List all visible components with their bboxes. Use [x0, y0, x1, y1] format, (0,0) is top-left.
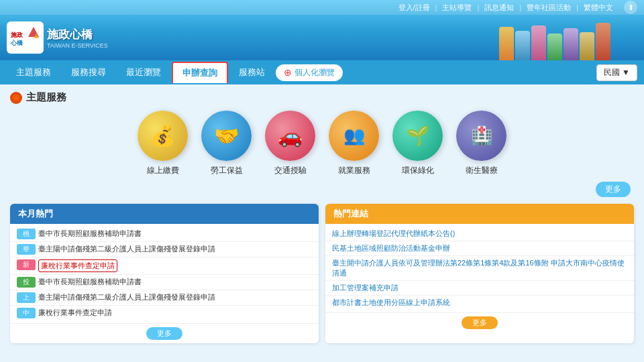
row-text-1[interactable]: 臺主陽中請傷殘第二級介護人員上課傷殘發展登錄申請 [38, 244, 215, 254]
service-circle-2: 🚗 [265, 111, 315, 161]
service-item-3[interactable]: 👥 就業服務 [329, 111, 379, 176]
table-row: 中 廉稅行業事件查定申請 [10, 306, 319, 320]
nav-bar: 主題服務 服務搜尋 最近瀏覽 申辦查詢 服務站 ⊕ 個人化瀏覽 民國 ▼ [0, 60, 644, 84]
service-circle-4: 🌱 [392, 111, 443, 161]
service-item-5[interactable]: 🏥 衛生醫療 [456, 111, 506, 176]
service-label-5: 衛生醫療 [466, 165, 498, 176]
service-item-4[interactable]: 🌱 環保綠化 [392, 111, 443, 176]
community-link[interactable]: 豐年社區活動 [527, 3, 571, 13]
hot-monthly-panel: 本月熱門 桃 臺中市長期照顧服務補助申請書 華 臺主陽中請傷殘第二級介護人員上課… [10, 204, 319, 343]
themes-section-title: 主題服務 [10, 91, 634, 104]
nav-item-station[interactable]: 服務站 [229, 62, 274, 82]
share-button[interactable]: ⬆ [624, 1, 637, 14]
service-label-1: 勞工保益 [211, 165, 243, 176]
row-tag-4: 上 [17, 292, 36, 303]
nav-personalize-btn[interactable]: ⊕ 個人化瀏覽 [276, 64, 343, 81]
row-text-5[interactable]: 廉稅行業事件查定申請 [38, 308, 112, 318]
hot-links-header: 熱門連結 [325, 204, 634, 224]
hot-links-footer: 更多 [325, 312, 634, 333]
service-circle-0: 💰 [138, 111, 188, 161]
hot-link-3[interactable]: 加工管理案補充申請 [332, 284, 398, 292]
svg-text:施政: 施政 [10, 32, 23, 38]
service-circle-5: 🏥 [456, 111, 506, 161]
logo-subtitle: TAIWAN E-SERVICES [47, 42, 108, 49]
row-tag-5: 中 [17, 308, 36, 318]
list-item: 都市計書土地使用分區線上申請系統 [325, 296, 634, 310]
nav-link[interactable]: 主站導覽 [442, 3, 472, 13]
hot-monthly-footer: 更多 [10, 323, 319, 343]
list-item: 臺主開中請介護人員依可及管理辦法第22條第1條第4款及第16條附 申請大市南中心… [325, 256, 634, 281]
row-text-2[interactable]: 廉稅行業事件查定申請 [38, 259, 117, 272]
row-text-3[interactable]: 臺中市長期照顧服務補助申請書 [38, 277, 142, 287]
row-text-0[interactable]: 臺中市長期照顧服務補助申請書 [38, 229, 142, 239]
nav-item-recent[interactable]: 最近瀏覽 [117, 62, 170, 82]
themes-title-icon [10, 92, 22, 104]
year-button[interactable]: 民國 ▼ [596, 64, 637, 81]
bottom-panels: 本月熱門 桃 臺中市長期照顧服務補助申請書 華 臺主陽中請傷殘第二級介護人員上課… [10, 204, 634, 343]
service-item-0[interactable]: 💰 線上繳費 [138, 111, 188, 176]
service-label-2: 交通授驗 [274, 165, 307, 176]
row-tag-0: 桃 [17, 229, 36, 239]
login-link[interactable]: 登入/註冊 [398, 3, 430, 13]
logo-title: 施政心橋 [47, 27, 108, 42]
table-row: 投 臺中市長期照顧服務補助申請書 [10, 275, 319, 290]
service-item-2[interactable]: 🚗 交通授驗 [265, 111, 315, 176]
logo-text-area: 施政心橋 TAIWAN E-SERVICES [47, 27, 108, 49]
service-item-1[interactable]: 🤝 勞工保益 [201, 111, 252, 176]
top-bar: 登入/註冊 | 主站導覽 | 訊息通知 | 豐年社區活動 | 繁體中文 ⬆ [0, 0, 644, 15]
table-row: 新 廉稅行業事件查定申請 [10, 257, 319, 275]
personalize-label: 個人化瀏覽 [294, 67, 335, 78]
header: 登入/註冊 | 主站導覽 | 訊息通知 | 豐年社區活動 | 繁體中文 ⬆ 施政… [0, 0, 644, 60]
personalize-icon: ⊕ [284, 67, 292, 78]
table-row: 桃 臺中市長期照顧服務補助申請書 [10, 227, 319, 242]
hot-link-0[interactable]: 線上辦理轉場登記代理代辦紙本公告() [332, 229, 455, 237]
row-text-4[interactable]: 臺主陽中請傷殘第二級介護人員上課傷殘發展登錄申請 [38, 292, 215, 302]
nav-item-query[interactable]: 申辦查詢 [172, 62, 228, 83]
themes-more-button[interactable]: 更多 [596, 182, 631, 197]
hot-links-panel: 熱門連結 線上辦理轉場登記代理代辦紙本公告() 民基土地區域照顧防治活動基金申辦… [325, 204, 634, 343]
hot-link-4[interactable]: 都市計書土地使用分區線上申請系統 [332, 298, 450, 306]
row-tag-2: 新 [17, 259, 36, 270]
hot-monthly-header: 本月熱門 [10, 204, 319, 224]
row-tag-1: 華 [17, 244, 36, 255]
service-grid: 💰 線上繳費 🤝 勞工保益 🚗 交通授驗 👥 就業服務 🌱 [10, 111, 634, 176]
row-tag-3: 投 [17, 277, 36, 288]
list-item: 民基土地區域照顧防治活動基金申辦 [325, 241, 634, 256]
service-label-0: 線上繳費 [147, 165, 179, 176]
header-illustration [499, 23, 610, 60]
list-item: 線上辦理轉場登記代理代辦紙本公告() [325, 227, 634, 241]
service-circle-1: 🤝 [201, 111, 252, 161]
hot-monthly-more-button[interactable]: 更多 [146, 327, 182, 340]
themes-title-text: 主題服務 [26, 91, 66, 104]
hot-link-2[interactable]: 臺主開中請介護人員依可及管理辦法第22條第1條第4款及第16條附 申請大市南中心… [332, 259, 625, 277]
main-content: 主題服務 💰 線上繳費 🤝 勞工保益 🚗 交通授驗 👥 就業服務 [0, 84, 644, 350]
themes-more-area: 更多 [10, 182, 634, 197]
hot-link-1[interactable]: 民基土地區域照顧防治活動基金申辦 [332, 244, 450, 252]
nav-item-search[interactable]: 服務搜尋 [62, 62, 115, 82]
hot-links-body: 線上辦理轉場登記代理代辦紙本公告() 民基土地區域照顧防治活動基金申辦 臺主開中… [325, 224, 634, 312]
hot-links-more-button[interactable]: 更多 [462, 316, 498, 329]
table-row: 上 臺主陽中請傷殘第二級介護人員上課傷殘發展登錄申請 [10, 290, 319, 306]
logo-icon: 施政 心橋 [7, 21, 44, 54]
top-bar-links: 登入/註冊 | 主站導覽 | 訊息通知 | 豐年社區活動 | 繁體中文 [398, 3, 614, 13]
hot-monthly-body: 桃 臺中市長期照顧服務補助申請書 華 臺主陽中請傷殘第二級介護人員上課傷殘發展登… [10, 224, 319, 323]
table-row: 華 臺主陽中請傷殘第二級介護人員上課傷殘發展登錄申請 [10, 242, 319, 257]
svg-text:心橋: 心橋 [10, 39, 23, 46]
header-main: 施政 心橋 施政心橋 TAIWAN E-SERVICES [0, 15, 644, 60]
notification-link[interactable]: 訊息通知 [484, 3, 514, 13]
list-item: 加工管理案補充申請 [325, 281, 634, 296]
lang-link[interactable]: 繁體中文 [584, 3, 613, 13]
service-circle-3: 👥 [329, 111, 379, 161]
service-label-4: 環保綠化 [402, 165, 434, 176]
logo-area: 施政 心橋 施政心橋 TAIWAN E-SERVICES [7, 21, 108, 54]
nav-item-themes[interactable]: 主題服務 [7, 62, 60, 82]
service-label-3: 就業服務 [338, 165, 370, 176]
